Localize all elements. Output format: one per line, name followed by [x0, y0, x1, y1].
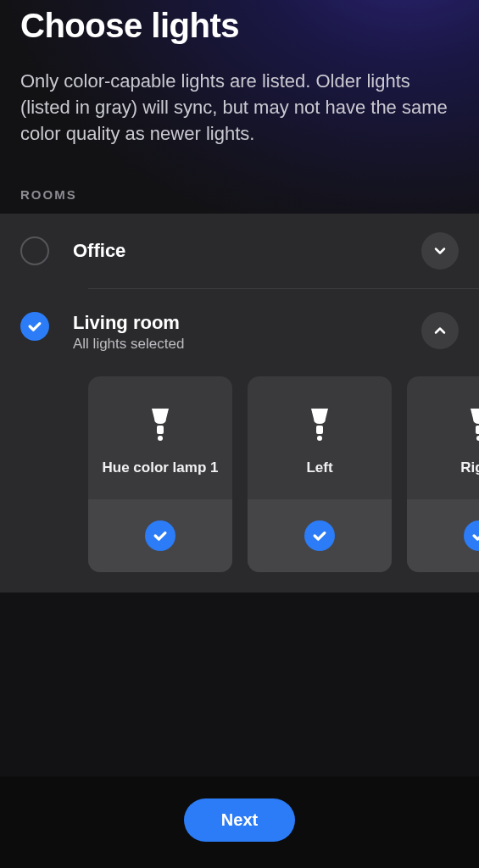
light-name: Left	[306, 459, 332, 476]
room-subtitle: All lights selected	[73, 336, 398, 353]
room-name: Living room	[73, 312, 398, 334]
rooms-panel: Office Living room All lights selected	[0, 214, 479, 593]
svg-rect-0	[157, 426, 164, 434]
light-selected-badge[interactable]	[304, 520, 335, 551]
chevron-down-icon	[432, 242, 448, 259]
light-name: Right	[460, 459, 479, 476]
expand-button[interactable]	[421, 232, 459, 270]
lights-list[interactable]: Hue color lamp 1 Left	[0, 371, 479, 593]
radio-unchecked-icon[interactable]	[20, 236, 49, 265]
check-icon	[152, 527, 169, 544]
page-title: Choose lights	[20, 7, 459, 45]
svg-rect-1	[158, 436, 163, 441]
section-label-rooms: ROOMS	[0, 187, 479, 214]
light-name: Hue color lamp 1	[103, 459, 219, 476]
room-row-living-room[interactable]: Living room All lights selected	[0, 288, 479, 371]
page-subtitle: Only color-capable lights are listed. Ol…	[20, 69, 459, 147]
light-card[interactable]: Left	[248, 376, 392, 572]
next-button[interactable]: Next	[184, 798, 295, 842]
chevron-up-icon	[432, 322, 448, 339]
light-card[interactable]: Hue color lamp 1	[88, 376, 232, 572]
collapse-button[interactable]	[421, 312, 459, 349]
check-icon	[26, 318, 43, 335]
light-selected-badge[interactable]	[464, 520, 479, 551]
radio-checked-icon[interactable]	[20, 312, 49, 341]
svg-rect-4	[476, 426, 479, 434]
check-icon	[311, 527, 328, 544]
room-name: Office	[73, 240, 398, 262]
bulb-icon	[308, 409, 331, 442]
bulb-icon	[148, 409, 172, 442]
svg-rect-3	[317, 436, 322, 441]
footer: Next	[0, 776, 479, 868]
room-row-office[interactable]: Office	[0, 214, 479, 288]
svg-rect-2	[316, 426, 323, 434]
check-icon	[471, 527, 479, 544]
light-selected-badge[interactable]	[145, 520, 175, 551]
bulb-icon	[467, 409, 479, 442]
light-card[interactable]: Right	[407, 376, 479, 572]
